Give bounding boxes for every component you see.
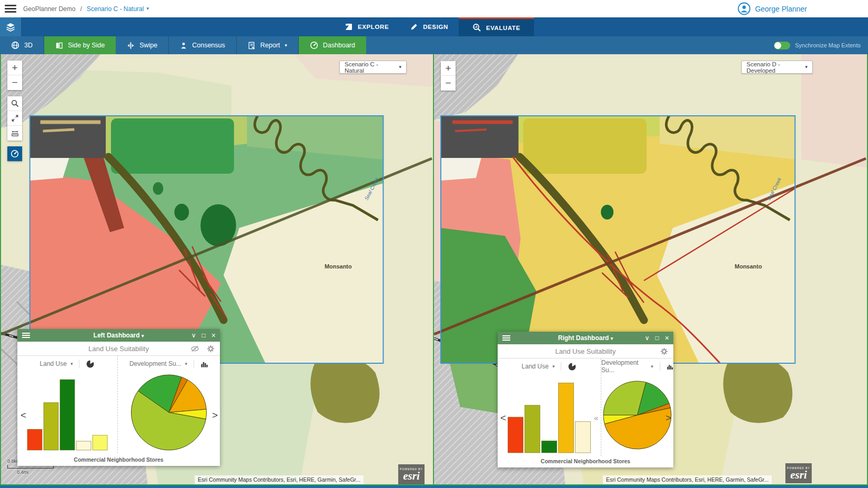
left-scenario-value: Scenario C - Natural: [345, 61, 399, 74]
dashboard-button[interactable]: Dashboard: [299, 36, 366, 54]
side-by-side-button[interactable]: Side by Side: [44, 36, 116, 54]
measure-button[interactable]: [7, 126, 22, 141]
visibility-off-icon[interactable]: [190, 344, 199, 353]
sync-extents-label: Synchronize Map Extents: [795, 42, 861, 48]
right-widget-titlebar: Land Use Suitability: [498, 344, 673, 358]
breadcrumb: GeoPlanner Demo / Scenario C - Natural ▾: [23, 5, 149, 13]
breadcrumb-scenario-dropdown[interactable]: Scenario C - Natural ▾: [87, 5, 149, 13]
expand-button[interactable]: [7, 111, 22, 126]
globe-3d-icon: [11, 41, 19, 49]
maximize-icon[interactable]: □: [655, 332, 659, 344]
left-tools: [7, 96, 22, 141]
gear-icon[interactable]: [660, 347, 668, 355]
left-dashboard-title[interactable]: Left Dashboard ▾: [17, 332, 220, 339]
gear-icon[interactable]: [207, 345, 215, 353]
zoom-out-button[interactable]: −: [7, 75, 22, 90]
left-map-city-label: Monsanto: [325, 263, 352, 270]
chart-selector[interactable]: Development Su... ▾: [601, 358, 673, 374]
pie-chart-icon[interactable]: [86, 360, 95, 369]
chevron-down-icon: ▾: [611, 336, 613, 341]
prev-chart-arrow[interactable]: <: [21, 410, 26, 421]
breadcrumb-separator: /: [80, 5, 82, 13]
sync-extents-toggle[interactable]: [774, 42, 790, 49]
bar-chart-icon[interactable]: [667, 363, 673, 371]
next-chart-arrow[interactable]: >: [212, 410, 218, 421]
layers-button[interactable]: [0, 17, 21, 36]
bottom-accent-bar: [0, 485, 868, 488]
esri-logo-text: esri: [403, 471, 420, 481]
dashboard-window-buttons: ∨ □ ×: [191, 329, 216, 342]
breadcrumb-app-title: GeoPlanner Demo: [23, 5, 75, 13]
user-name: George Planner: [755, 5, 807, 13]
close-icon[interactable]: ×: [211, 329, 216, 342]
right-dashboard-header[interactable]: Right Dashboard ▾ ∨ □ ×: [498, 332, 673, 344]
chevron-down-icon: ▾: [70, 362, 73, 366]
right-map-attribution: Esri Community Maps Contributors, Esri, …: [603, 475, 772, 484]
swipe-icon: [127, 42, 135, 49]
3d-button[interactable]: 3D: [0, 36, 44, 54]
tab-evaluate-label: EVALUATE: [486, 25, 520, 31]
report-button[interactable]: Report ▾: [237, 36, 299, 54]
top-header: GeoPlanner Demo / Scenario C - Natural ▾…: [0, 0, 868, 17]
chart-selector[interactable]: Land Use ▾: [17, 356, 117, 372]
dashboard-tool-button[interactable]: [7, 146, 22, 161]
land-use-chart-card: Land Use ▾: [17, 356, 118, 453]
left-dashboard-tool: [7, 146, 22, 161]
left-dashboard-header[interactable]: Left Dashboard ▾ ∨ □ ×: [17, 329, 220, 342]
minimize-icon[interactable]: ∨: [645, 332, 650, 344]
next-chart-arrow[interactable]: >: [665, 412, 671, 424]
left-map-attribution: Esri Community Maps Contributors, Esri, …: [195, 475, 364, 484]
dashboard-label: Dashboard: [323, 42, 355, 49]
chart-selector[interactable]: Land Use ▾: [498, 358, 601, 374]
right-dashboard-charts: < « > Land Use ▾: [498, 358, 673, 456]
right-widget-title: Land Use Suitability: [556, 347, 616, 355]
pie-chart: [118, 373, 220, 452]
pie-chart-icon[interactable]: [568, 362, 577, 371]
left-esri-logo: POWERED BY esri: [398, 464, 425, 484]
consensus-icon: [180, 42, 187, 49]
development-suitability-chart-card: Development Su... ▾: [601, 358, 673, 456]
maximize-icon[interactable]: □: [202, 329, 206, 342]
prev-chart-arrow[interactable]: <: [500, 412, 506, 424]
scale-mi-label: 0.4mi: [7, 470, 54, 475]
report-icon: [248, 42, 256, 49]
tab-evaluate[interactable]: EVALUATE: [459, 17, 534, 36]
user-avatar-icon: [738, 2, 751, 15]
tab-design-label: DESIGN: [423, 24, 448, 30]
swipe-label: Swipe: [139, 42, 157, 49]
chart-selector[interactable]: Development Su... ▾: [118, 356, 220, 372]
right-scenario-select[interactable]: Scenario D - Developed ▾: [741, 61, 813, 74]
bar-chart-icon[interactable]: [200, 360, 208, 368]
chevron-down-icon: ▾: [552, 364, 555, 369]
toggle-knob: [774, 42, 781, 49]
consensus-button[interactable]: Consensus: [169, 36, 237, 54]
tab-design[interactable]: DESIGN: [399, 17, 459, 36]
close-icon[interactable]: ×: [665, 332, 669, 344]
chevron-down-icon: ▾: [651, 364, 653, 369]
dashboard-gauge-icon: [11, 150, 19, 158]
left-chart-footer: Commercial Neighborhood Stores: [17, 456, 220, 463]
collapse-chevrons-icon[interactable]: «: [594, 413, 598, 422]
swipe-button[interactable]: Swipe: [116, 36, 169, 54]
user-menu[interactable]: George Planner: [738, 0, 807, 17]
esri-logo-text: esri: [790, 470, 807, 480]
bar-chart: [17, 373, 117, 452]
tab-explore-label: EXPLORE: [358, 24, 389, 30]
right-zoom-controls: + −: [441, 61, 456, 91]
left-scenario-select[interactable]: Scenario C - Natural ▾: [339, 61, 407, 74]
search-button[interactable]: [7, 96, 22, 111]
geoplanner-app: GeoPlanner Demo / Scenario C - Natural ▾…: [0, 0, 868, 488]
main-menu-icon[interactable]: [5, 5, 16, 13]
right-scenario-value: Scenario D - Developed: [746, 61, 805, 74]
measure-icon: [11, 130, 19, 137]
zoom-in-button[interactable]: +: [7, 61, 22, 75]
minimize-icon[interactable]: ∨: [191, 329, 196, 342]
zoom-out-button[interactable]: −: [441, 76, 456, 91]
dashboard-window-buttons: ∨ □ ×: [645, 332, 669, 344]
left-dashboard: Left Dashboard ▾ ∨ □ × Land Use Suitabil…: [17, 329, 220, 466]
zoom-in-button[interactable]: +: [441, 61, 456, 76]
evaluate-icon: [472, 23, 481, 32]
chevron-down-icon: ▾: [399, 65, 401, 69]
chevron-down-icon: ▾: [146, 6, 149, 11]
tab-explore[interactable]: EXPLORE: [334, 17, 399, 36]
